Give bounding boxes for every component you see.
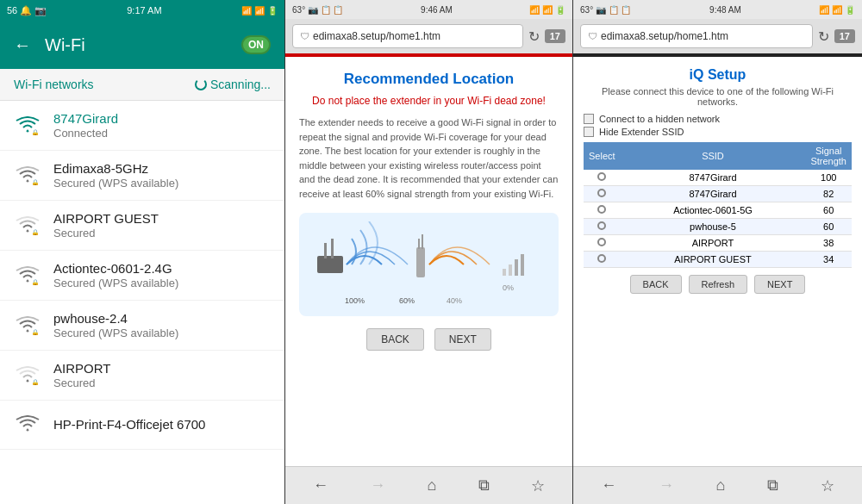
nav-home-btn-2[interactable]: ⌂ bbox=[428, 476, 437, 495]
status-right-icons-1: 📶 📶 🔋 bbox=[241, 6, 278, 16]
refresh-button-3[interactable]: ↻ bbox=[818, 28, 829, 45]
table-row[interactable]: AIRPORT 38 bbox=[584, 235, 852, 252]
radio-cell[interactable] bbox=[584, 202, 621, 219]
list-item[interactable]: HP-Print-F4-Officejet 6700 bbox=[0, 401, 284, 450]
table-row[interactable]: 8747Girard 82 bbox=[584, 186, 852, 202]
hidden-network-checkbox[interactable] bbox=[584, 114, 594, 124]
network-name: pwhouse-2.4 bbox=[53, 311, 271, 326]
network-info: 8747Girard Connected bbox=[53, 111, 271, 140]
table-row[interactable]: 8747Girard 100 bbox=[584, 170, 852, 186]
table-row[interactable]: AIRPORT GUEST 34 bbox=[584, 252, 852, 268]
svg-rect-13 bbox=[509, 264, 512, 276]
shield-icon: 🛡 bbox=[300, 31, 309, 41]
network-info: Actiontec-0601-2.4G Secured (WPS availab… bbox=[53, 261, 271, 289]
radio-cell[interactable] bbox=[584, 170, 621, 186]
network-info: AIRPORT Secured bbox=[53, 361, 271, 389]
svg-text:🔒: 🔒 bbox=[31, 128, 40, 135]
table-row[interactable]: Actiontec-0601-5G 60 bbox=[584, 202, 852, 219]
svg-rect-12 bbox=[503, 269, 506, 276]
nav-back-btn-2[interactable]: ← bbox=[313, 476, 328, 495]
tab-count-2[interactable]: 17 bbox=[545, 29, 565, 43]
ssid-cell: 8747Girard bbox=[621, 170, 806, 186]
network-list: 🔒 8747Girard Connected 🔒 Edimaxa8-5GHz bbox=[0, 101, 284, 504]
url-bar-3: 🛡 edimaxa8.setup/home1.htm ↻ 17 bbox=[573, 19, 862, 53]
radio-cell[interactable] bbox=[584, 252, 621, 268]
nav-home-btn-3[interactable]: ⌂ bbox=[716, 476, 726, 495]
wifi-settings-panel: 56 🔔 📷 9:17 AM 📶 📶 🔋 ← Wi-Fi ON Wi-Fi ne… bbox=[0, 0, 284, 504]
hide-extender-checkbox[interactable] bbox=[584, 127, 594, 137]
wifi-signal-icon: 🔒 bbox=[14, 312, 41, 339]
setup-next-button[interactable]: NEXT bbox=[754, 275, 805, 294]
browser-content-2: Recommended Location Do not place the ex… bbox=[285, 57, 572, 466]
hide-extender-checkbox-row: Hide Extender SSID bbox=[584, 127, 852, 137]
nav-back-btn-3[interactable]: ← bbox=[601, 476, 616, 495]
nav-forward-btn-3[interactable]: → bbox=[659, 476, 674, 495]
setup-back-button[interactable]: BACK bbox=[630, 275, 682, 294]
radio-button[interactable] bbox=[597, 238, 606, 246]
setup-content: iQ Setup Please connect this device to o… bbox=[573, 57, 862, 466]
back-button[interactable]: ← bbox=[14, 35, 31, 55]
list-item[interactable]: 🔒 AIRPORT GUEST Secured bbox=[0, 201, 284, 251]
svg-text:🔒: 🔒 bbox=[31, 228, 40, 235]
next-button-2[interactable]: NEXT bbox=[434, 328, 491, 351]
network-status: Secured (WPS available) bbox=[53, 277, 271, 289]
network-name: AIRPORT bbox=[53, 361, 271, 376]
hidden-network-label: Connect to a hidden network bbox=[599, 114, 720, 124]
setup-description: Please connect this device to one of the… bbox=[584, 86, 852, 107]
wifi-network-table: Select SSID Signal Strength 8747Girard 1… bbox=[584, 142, 852, 268]
status-icons-2: 📶 📶 🔋 bbox=[529, 5, 565, 15]
wifi-toggle[interactable]: ON bbox=[241, 35, 271, 54]
browser-nav-bar-3: ← → ⌂ ⧉ ☆ bbox=[573, 466, 862, 504]
signal-strength-2: 63° 📷 📋 📋 bbox=[292, 5, 343, 15]
url-field-3[interactable]: 🛡 edimaxa8.setup/home1.htm bbox=[580, 24, 813, 48]
svg-rect-15 bbox=[521, 254, 524, 276]
radio-button[interactable] bbox=[597, 205, 606, 214]
nav-bookmark-btn-2[interactable]: ☆ bbox=[531, 476, 545, 495]
radio-cell[interactable] bbox=[584, 235, 621, 252]
network-info: Edimaxa8-5GHz Secured (WPS available) bbox=[53, 161, 271, 190]
nav-forward-btn-2[interactable]: → bbox=[370, 476, 385, 495]
refresh-button-2[interactable]: ↻ bbox=[528, 28, 540, 45]
radio-button[interactable] bbox=[597, 189, 606, 197]
tab-count-3[interactable]: 17 bbox=[834, 29, 855, 43]
status-time-3: 9:48 AM bbox=[709, 5, 741, 15]
svg-rect-9 bbox=[416, 247, 425, 277]
radio-cell[interactable] bbox=[584, 219, 621, 235]
setup-refresh-button[interactable]: Refresh bbox=[689, 275, 748, 294]
radio-cell[interactable] bbox=[584, 186, 621, 202]
scanning-spinner bbox=[195, 78, 207, 90]
status-time-1: 9:17 AM bbox=[127, 5, 161, 16]
nav-tabs-btn-3[interactable]: ⧉ bbox=[767, 476, 778, 495]
url-field-2[interactable]: 🛡 edimaxa8.setup/home1.htm bbox=[292, 24, 523, 48]
svg-text:🔒: 🔒 bbox=[31, 278, 40, 285]
strength-cell: 60 bbox=[805, 202, 852, 219]
browser-panel-2: 63° 📷 📋 📋 9:46 AM 📶 📶 🔋 🛡 edimaxa8.setup… bbox=[284, 0, 572, 504]
table-row[interactable]: pwhouse-5 60 bbox=[584, 219, 852, 235]
network-info: AIRPORT GUEST Secured bbox=[53, 211, 271, 240]
list-item[interactable]: 🔒 pwhouse-2.4 Secured (WPS available) bbox=[0, 301, 284, 351]
radio-button[interactable] bbox=[597, 221, 606, 230]
table-header-ssid: SSID bbox=[621, 142, 806, 170]
svg-rect-6 bbox=[317, 256, 343, 273]
svg-rect-14 bbox=[515, 259, 518, 276]
svg-rect-11 bbox=[422, 234, 423, 249]
list-item[interactable]: 🔒 Actiontec-0601-2.4G Secured (WPS avail… bbox=[0, 251, 284, 301]
hide-extender-label: Hide Extender SSID bbox=[599, 127, 684, 137]
list-item[interactable]: 🔒 Edimaxa8-5GHz Secured (WPS available) bbox=[0, 151, 284, 201]
setup-button-row: BACK Refresh NEXT bbox=[584, 275, 852, 294]
network-status: Connected bbox=[53, 127, 271, 140]
nav-bookmark-btn-3[interactable]: ☆ bbox=[821, 476, 834, 495]
status-bar-1: 56 🔔 📷 9:17 AM 📶 📶 🔋 bbox=[0, 0, 284, 21]
list-item[interactable]: 🔒 AIRPORT Secured bbox=[0, 351, 284, 401]
nav-tabs-btn-2[interactable]: ⧉ bbox=[478, 476, 490, 495]
list-item[interactable]: 🔒 8747Girard Connected bbox=[0, 101, 284, 151]
wifi-title: Wi-Fi bbox=[45, 35, 228, 55]
signal-strength-3: 63° 📷 📋 📋 bbox=[580, 5, 631, 15]
status-bar-3: 63° 📷 📋 📋 9:48 AM 📶 📶 🔋 bbox=[573, 0, 862, 19]
network-info: pwhouse-2.4 Secured (WPS available) bbox=[53, 311, 271, 339]
back-button-2[interactable]: BACK bbox=[366, 328, 424, 351]
radio-button[interactable] bbox=[597, 254, 606, 263]
svg-rect-7 bbox=[324, 243, 327, 258]
page-title-2: Recommended Location bbox=[299, 71, 559, 88]
radio-button[interactable] bbox=[597, 172, 606, 181]
